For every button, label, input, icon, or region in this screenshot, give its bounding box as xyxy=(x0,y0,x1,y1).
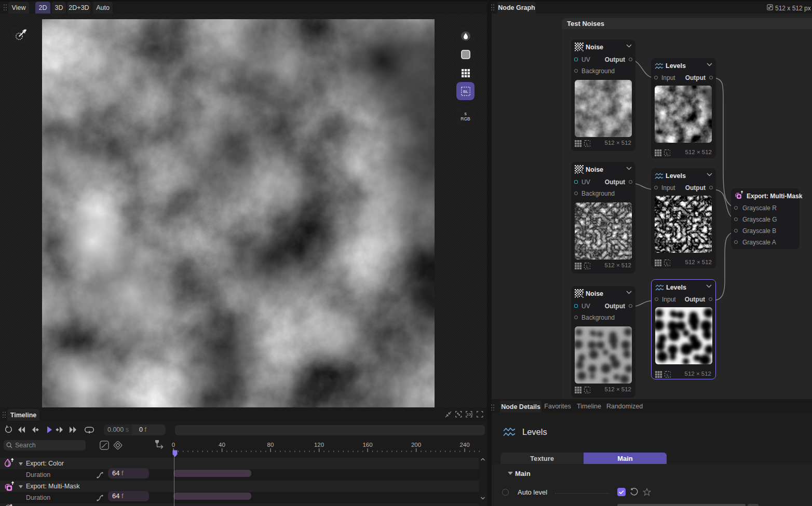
svg-text:40: 40 xyxy=(219,442,225,448)
svg-text:120: 120 xyxy=(314,442,324,448)
svg-text:240: 240 xyxy=(459,442,469,448)
svg-text:L: L xyxy=(666,261,669,266)
svg-text:200: 200 xyxy=(411,442,421,448)
svg-text:0: 0 xyxy=(172,442,175,448)
svg-text:L: L xyxy=(586,264,589,269)
svg-text:L: L xyxy=(666,151,669,156)
svg-text:L: L xyxy=(586,142,589,146)
svg-text:80: 80 xyxy=(267,442,274,448)
svg-text:L: L xyxy=(586,388,589,393)
svg-text:L: L xyxy=(667,373,669,377)
svg-text:160: 160 xyxy=(362,442,372,448)
svg-text:BL: BL xyxy=(463,89,468,94)
